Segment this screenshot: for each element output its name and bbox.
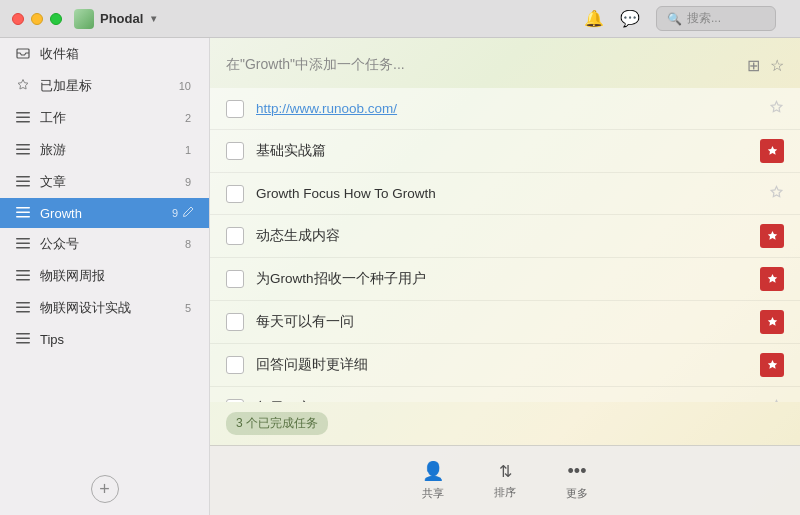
sidebar-label-growth: Growth — [40, 206, 172, 221]
app-dropdown-arrow[interactable]: ▾ — [151, 13, 156, 24]
minimize-button[interactable] — [31, 13, 43, 25]
sidebar-icon-iot-weekly — [14, 268, 32, 284]
sidebar-icon-growth — [14, 205, 32, 221]
task-text: http://www.runoob.com/ — [256, 101, 769, 116]
search-bar[interactable]: 🔍 搜索... — [656, 6, 776, 31]
svg-rect-2 — [16, 117, 30, 119]
task-add-input[interactable]: 在"Growth"中添加一个任务... — [226, 52, 747, 78]
svg-rect-16 — [16, 270, 30, 272]
sidebar-label-iot-weekly: 物联网周报 — [40, 267, 195, 285]
app-name-label: Phodal — [100, 11, 143, 26]
sidebar-item-work[interactable]: 工作2 — [0, 102, 209, 134]
task-checkbox[interactable] — [226, 313, 244, 331]
task-star-icon[interactable] — [769, 185, 784, 203]
task-item: 每天可以有一问 — [210, 301, 800, 344]
task-star-icon[interactable] — [760, 224, 784, 248]
fullscreen-button[interactable] — [50, 13, 62, 25]
task-text: 每天可以有一问 — [256, 313, 760, 331]
svg-rect-8 — [16, 181, 30, 183]
svg-rect-17 — [16, 275, 30, 277]
sidebar-label-inbox: 收件箱 — [40, 45, 195, 63]
task-list: http://www.runoob.com/ 基础实战篇 Growth Focu… — [210, 88, 800, 402]
task-text: Growth Focus How To Growth — [256, 186, 769, 201]
completed-badge[interactable]: 3 个已完成任务 — [226, 412, 328, 435]
sidebar-item-wechat[interactable]: 公众号8 — [0, 228, 209, 260]
svg-rect-9 — [16, 185, 30, 187]
app-icon — [74, 9, 94, 29]
sidebar-item-starred[interactable]: 已加星标10 — [0, 70, 209, 102]
sidebar-label-work: 工作 — [40, 109, 185, 127]
task-star-icon[interactable] — [769, 100, 784, 118]
task-header: 在"Growth"中添加一个任务... ⊞ ☆ — [210, 38, 800, 88]
share-action[interactable]: 👤 共享 — [422, 460, 444, 501]
task-checkbox[interactable] — [226, 142, 244, 160]
grid-icon[interactable]: ⊞ — [747, 56, 760, 75]
close-button[interactable] — [12, 13, 24, 25]
svg-rect-20 — [16, 307, 30, 309]
task-checkbox[interactable] — [226, 270, 244, 288]
svg-rect-14 — [16, 243, 30, 245]
completed-section: 3 个已完成任务 — [210, 402, 800, 445]
svg-rect-24 — [16, 342, 30, 344]
sidebar-icon-iot-design — [14, 300, 32, 316]
sidebar-item-article[interactable]: 文章9 — [0, 166, 209, 198]
task-link[interactable]: http://www.runoob.com/ — [256, 101, 397, 116]
sidebar-icon-article — [14, 174, 32, 190]
task-item: 动态生成内容 — [210, 215, 800, 258]
task-star-icon[interactable] — [760, 310, 784, 334]
sidebar-item-travel[interactable]: 旅游1 — [0, 134, 209, 166]
sidebar-icon-starred — [14, 78, 32, 95]
sidebar-badge-starred: 10 — [179, 80, 191, 92]
task-text: 为Growth招收一个种子用户 — [256, 270, 760, 288]
task-checkbox[interactable] — [226, 227, 244, 245]
task-item: Growth Focus How To Growth — [210, 173, 800, 215]
sidebar-badge-travel: 1 — [185, 144, 191, 156]
sidebar-item-tips[interactable]: Tips — [0, 324, 209, 354]
sort-icon: ⇅ — [499, 462, 512, 481]
more-action[interactable]: ••• 更多 — [566, 461, 588, 501]
task-checkbox[interactable] — [226, 100, 244, 118]
task-item: 每日一文 — [210, 387, 800, 402]
svg-rect-18 — [16, 279, 30, 281]
task-checkbox[interactable] — [226, 185, 244, 203]
sidebar-label-travel: 旅游 — [40, 141, 185, 159]
search-placeholder: 搜索... — [687, 10, 721, 27]
app-title: Phodal ▾ — [74, 9, 156, 29]
task-star-icon[interactable] — [760, 353, 784, 377]
traffic-lights — [12, 13, 62, 25]
add-list-button[interactable]: + — [91, 475, 119, 503]
task-star-icon[interactable] — [760, 267, 784, 291]
sidebar-badge-article: 9 — [185, 176, 191, 188]
svg-rect-22 — [16, 333, 30, 335]
star-header-icon[interactable]: ☆ — [770, 56, 784, 75]
task-text: 动态生成内容 — [256, 227, 760, 245]
sidebar-item-inbox[interactable]: 收件箱 — [0, 38, 209, 70]
task-checkbox[interactable] — [226, 356, 244, 374]
share-icon: 👤 — [422, 460, 444, 482]
task-area: 在"Growth"中添加一个任务... ⊞ ☆ http://www.runoo… — [210, 38, 800, 515]
edit-icon[interactable] — [182, 205, 195, 221]
bell-icon[interactable]: 🔔 — [584, 9, 604, 28]
more-label: 更多 — [566, 486, 588, 501]
more-icon: ••• — [568, 461, 587, 482]
sidebar-item-growth[interactable]: Growth9 — [0, 198, 209, 228]
sidebar-label-tips: Tips — [40, 332, 195, 347]
chat-icon[interactable]: 💬 — [620, 9, 640, 28]
sort-label: 排序 — [494, 485, 516, 500]
svg-rect-23 — [16, 338, 30, 340]
svg-rect-7 — [16, 176, 30, 178]
sort-action[interactable]: ⇅ 排序 — [494, 462, 516, 500]
task-item: 回答问题时更详细 — [210, 344, 800, 387]
svg-rect-6 — [16, 153, 30, 155]
sidebar-item-iot-weekly[interactable]: 物联网周报 — [0, 260, 209, 292]
task-text: 基础实战篇 — [256, 142, 760, 160]
task-star-icon[interactable] — [760, 139, 784, 163]
sidebar-icon-inbox — [14, 46, 32, 63]
task-item: 为Growth招收一个种子用户 — [210, 258, 800, 301]
share-label: 共享 — [422, 486, 444, 501]
sidebar-label-article: 文章 — [40, 173, 185, 191]
sidebar-item-iot-design[interactable]: 物联网设计实战5 — [0, 292, 209, 324]
sidebar-icon-wechat — [14, 236, 32, 252]
sidebar-label-wechat: 公众号 — [40, 235, 185, 253]
task-footer: 👤 共享 ⇅ 排序 ••• 更多 — [210, 445, 800, 515]
